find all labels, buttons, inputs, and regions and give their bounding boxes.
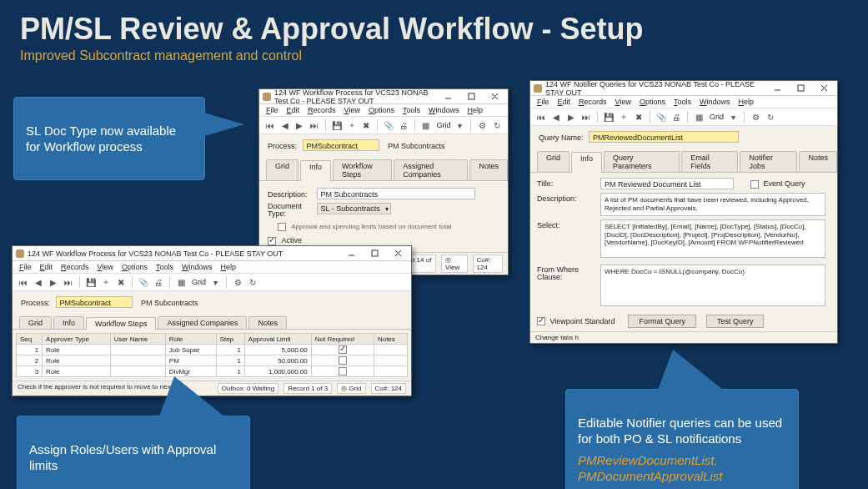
menu-edit[interactable]: Edit bbox=[40, 263, 53, 271]
menu-options[interactable]: Options bbox=[640, 98, 665, 106]
tab-grid[interactable]: Grid bbox=[266, 159, 299, 180]
new-icon[interactable]: ＋ bbox=[100, 276, 112, 288]
event-query-checkbox[interactable] bbox=[750, 180, 759, 189]
print-icon[interactable]: 🖨 bbox=[398, 119, 409, 131]
menu-file[interactable]: File bbox=[537, 98, 549, 106]
menu-edit[interactable]: Edit bbox=[558, 98, 571, 106]
tab-workflow-steps[interactable]: Workflow Steps bbox=[86, 317, 156, 330]
menu-view[interactable]: View bbox=[98, 263, 113, 271]
maximize-button[interactable] bbox=[364, 248, 384, 260]
minimize-button[interactable] bbox=[767, 83, 787, 94]
cell-role[interactable]: DivMgr bbox=[165, 366, 216, 377]
cell-user-name[interactable] bbox=[110, 355, 165, 366]
delete-icon[interactable]: ✖ bbox=[115, 276, 127, 288]
table-row[interactable]: 3RoleDivMgr11,000,000.00 bbox=[17, 366, 408, 377]
attach-icon[interactable]: 📎 bbox=[383, 119, 394, 131]
save-icon[interactable]: 💾 bbox=[85, 276, 97, 288]
minimize-button[interactable] bbox=[341, 248, 361, 260]
nav-first-icon[interactable]: ⏮ bbox=[264, 119, 276, 131]
tab-notifier-jobs[interactable]: Notifier Jobs bbox=[740, 151, 797, 172]
nav-last-icon[interactable]: ⏭ bbox=[309, 119, 320, 131]
cell-role[interactable]: PM bbox=[165, 355, 216, 366]
titlebar[interactable]: 124 WF Workflow Process for VCS23 NONAB … bbox=[259, 89, 508, 104]
cell-step[interactable]: 1 bbox=[216, 366, 244, 377]
chevron-down-icon[interactable]: ▾ bbox=[727, 111, 739, 123]
col-role[interactable]: Role bbox=[165, 334, 216, 345]
format-query-button[interactable]: Format Query bbox=[628, 315, 696, 328]
query-name-field[interactable]: PMReviewedDocumentList bbox=[589, 131, 739, 143]
close-button[interactable] bbox=[814, 83, 834, 94]
menu-view[interactable]: View bbox=[344, 106, 360, 114]
title-field[interactable]: PM Reviewed Document List bbox=[600, 178, 734, 189]
close-button[interactable] bbox=[388, 248, 408, 260]
tab-notes[interactable]: Notes bbox=[469, 159, 508, 180]
nav-prev-icon[interactable]: ◀ bbox=[279, 119, 291, 131]
cell-not-required[interactable] bbox=[311, 345, 374, 355]
gear-icon[interactable]: ⚙ bbox=[476, 119, 488, 131]
nav-next-icon[interactable]: ▶ bbox=[294, 119, 306, 131]
cell-not-required[interactable] bbox=[311, 355, 374, 366]
cell-notes[interactable] bbox=[374, 345, 407, 355]
nav-prev-icon[interactable]: ◀ bbox=[550, 111, 562, 123]
new-icon[interactable]: ＋ bbox=[346, 119, 358, 131]
print-icon[interactable]: 🖨 bbox=[670, 111, 682, 123]
cell-user-name[interactable] bbox=[110, 345, 165, 355]
menu-windows[interactable]: Windows bbox=[182, 263, 213, 271]
cell-approval-limit[interactable]: 5,000.00 bbox=[244, 345, 311, 355]
process-field[interactable]: PMSubcontract bbox=[303, 139, 379, 151]
menu-records[interactable]: Records bbox=[308, 106, 336, 114]
print-icon[interactable]: 🖨 bbox=[153, 276, 164, 288]
cell-approver-type[interactable]: Role bbox=[43, 345, 111, 355]
chevron-down-icon[interactable]: ▾ bbox=[209, 276, 221, 288]
save-icon[interactable]: 💾 bbox=[603, 111, 615, 123]
cell-seq[interactable]: 3 bbox=[17, 366, 43, 377]
menu-options[interactable]: Options bbox=[369, 106, 394, 114]
table-row[interactable]: 2RolePM150,000.00 bbox=[17, 355, 408, 366]
cell-notes[interactable] bbox=[374, 355, 407, 366]
nav-first-icon[interactable]: ⏮ bbox=[535, 111, 547, 123]
close-button[interactable] bbox=[484, 91, 504, 103]
attach-icon[interactable]: 📎 bbox=[138, 276, 149, 288]
titlebar[interactable]: 124 WF Workflow Process for VCS23 NONAB … bbox=[13, 246, 411, 261]
grid-icon[interactable]: ▦ bbox=[693, 111, 705, 123]
tab-notes[interactable]: Notes bbox=[248, 316, 287, 329]
cell-notes[interactable] bbox=[374, 366, 407, 377]
active-checkbox[interactable] bbox=[268, 237, 276, 245]
tab-workflow-steps[interactable]: Workflow Steps bbox=[333, 159, 392, 180]
cell-seq[interactable]: 1 bbox=[17, 345, 43, 355]
test-query-button[interactable]: Test Query bbox=[706, 315, 765, 328]
refresh-icon[interactable]: ↻ bbox=[765, 111, 776, 123]
cell-role[interactable]: Job Super bbox=[165, 345, 216, 355]
col-approver-type[interactable]: Approver Type bbox=[43, 334, 111, 345]
nav-first-icon[interactable]: ⏮ bbox=[18, 276, 29, 288]
nav-last-icon[interactable]: ⏭ bbox=[63, 276, 74, 288]
limits-checkbox[interactable] bbox=[278, 223, 286, 231]
nav-next-icon[interactable]: ▶ bbox=[565, 111, 577, 123]
chevron-down-icon[interactable]: ▾ bbox=[454, 119, 466, 131]
workflow-steps-table[interactable]: Seq Approver Type User Name Role Step Ap… bbox=[16, 333, 408, 377]
tab-grid[interactable]: Grid bbox=[19, 316, 52, 329]
cell-step[interactable]: 1 bbox=[216, 355, 244, 366]
table-row[interactable]: 1RoleJob Super15,000.00 bbox=[17, 345, 408, 355]
nav-next-icon[interactable]: ▶ bbox=[48, 276, 59, 288]
cell-step[interactable]: 1 bbox=[216, 345, 244, 355]
from-textarea[interactable]: WHERE DocCo = ISNULL(@company, DocCo) bbox=[600, 265, 825, 306]
grid-icon[interactable]: ▦ bbox=[420, 119, 432, 131]
description-textarea[interactable]: A list of PM documents that have been re… bbox=[600, 193, 825, 216]
cell-not-required[interactable] bbox=[311, 366, 374, 377]
tab-info[interactable]: Info bbox=[571, 152, 602, 173]
grid-icon[interactable]: ▦ bbox=[175, 276, 187, 288]
menu-file[interactable]: File bbox=[19, 263, 32, 271]
col-seq[interactable]: Seq bbox=[17, 334, 43, 345]
cell-approval-limit[interactable]: 50,000.00 bbox=[244, 355, 311, 366]
tab-grid[interactable]: Grid bbox=[537, 151, 569, 172]
col-step[interactable]: Step bbox=[216, 334, 244, 345]
minimize-button[interactable] bbox=[438, 91, 458, 103]
nav-prev-icon[interactable]: ◀ bbox=[33, 276, 44, 288]
maximize-button[interactable] bbox=[461, 91, 481, 103]
menu-tools[interactable]: Tools bbox=[156, 263, 173, 271]
menu-edit[interactable]: Edit bbox=[287, 106, 300, 114]
cell-approval-limit[interactable]: 1,000,000.00 bbox=[244, 366, 311, 377]
cell-user-name[interactable] bbox=[110, 366, 165, 377]
tab-assigned-companies[interactable]: Assigned Companies bbox=[158, 316, 247, 329]
